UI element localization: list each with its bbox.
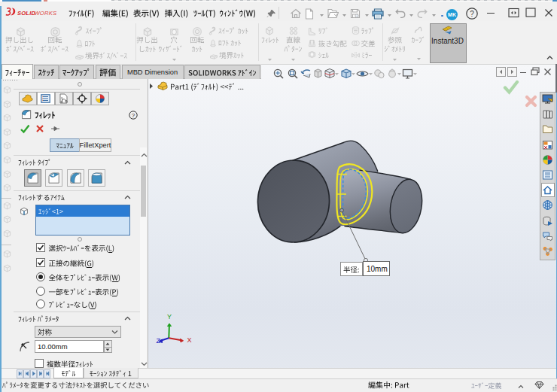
- svg-text:SOLID: SOLID: [17, 10, 36, 17]
- svg-text:WORKS: WORKS: [35, 10, 57, 17]
- svg-text:X: X: [187, 336, 192, 344]
- svg-text:Z: Z: [157, 337, 161, 345]
- svg-text:?: ?: [132, 112, 135, 119]
- svg-text:Y: Y: [167, 313, 172, 321]
- svg-text:?: ?: [470, 10, 474, 18]
